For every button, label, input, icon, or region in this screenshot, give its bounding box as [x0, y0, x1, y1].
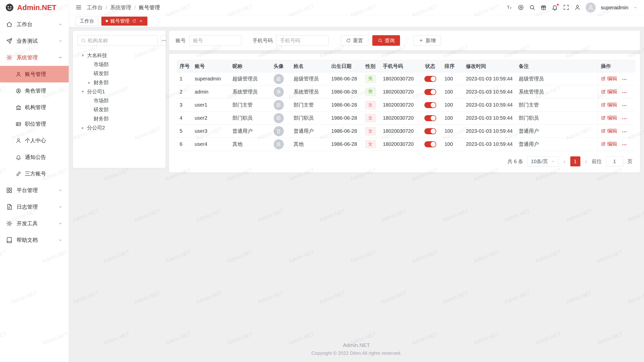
breadcrumb-item[interactable]: 工作台	[87, 4, 103, 11]
phone-filter-group: 手机号码	[253, 35, 329, 46]
user-table-body: 1superadmin超级管理员超超级管理员1986-06-28男1802003…	[177, 72, 635, 151]
tree-node[interactable]: ▾分公司1	[77, 87, 161, 96]
sidebar-item-org-management[interactable]: 机构管理	[0, 99, 69, 116]
more-actions-icon[interactable]	[621, 89, 627, 96]
edit-label: 编辑	[607, 141, 617, 147]
add-button[interactable]: 新增	[413, 35, 441, 46]
search-icon[interactable]	[529, 4, 535, 11]
font-size-icon[interactable]: TT	[506, 4, 513, 11]
chevron-down-icon	[58, 205, 63, 209]
edit-button[interactable]: 编辑	[601, 114, 617, 121]
component-size-icon[interactable]	[518, 4, 524, 11]
main-area: 工作台/系统管理/账号管理 TT superadmin 工作台账号管理	[69, 0, 644, 362]
cell-birthdate: 1986-06-28	[328, 138, 361, 151]
cell-gender: 女	[361, 112, 380, 125]
more-actions-icon[interactable]	[621, 129, 627, 135]
account-input[interactable]	[189, 35, 242, 46]
breadcrumb-item[interactable]: 账号管理	[139, 4, 160, 11]
cell-remark: 普通用户	[516, 125, 598, 138]
sidebar-collapse-icon[interactable]	[75, 4, 82, 11]
tree-caret-icon[interactable]: ▸	[80, 125, 86, 130]
next-page-button[interactable]: ›	[584, 158, 588, 165]
sidebar-item-position-management[interactable]: 职位管理	[0, 116, 69, 132]
more-actions-icon[interactable]	[621, 103, 627, 109]
sidebar-item-account-management[interactable]: 账号管理	[0, 66, 69, 82]
cell-remark: 超级管理员	[516, 72, 598, 85]
sidebar-item-personal-center[interactable]: 个人中心	[0, 132, 69, 149]
sidebar-item-workbench[interactable]: 工作台	[0, 16, 69, 33]
sidebar-item-system-management[interactable]: 系统管理	[0, 49, 69, 66]
gift-icon[interactable]	[540, 4, 547, 11]
fullscreen-icon[interactable]	[563, 4, 569, 11]
cell-account: superadmin	[192, 72, 229, 85]
sidebar-item-role-management[interactable]: 角色管理	[0, 82, 69, 99]
prev-page-button[interactable]: ‹	[563, 158, 566, 165]
search-icon	[81, 38, 86, 43]
sidebar-item-notice[interactable]: 通知公告	[0, 149, 69, 165]
sidebar-item-third-party-account[interactable]: 三方账号	[0, 165, 69, 182]
reset-button[interactable]: 重置	[341, 35, 368, 46]
goto-page-input[interactable]	[606, 156, 623, 166]
more-actions-icon[interactable]	[621, 116, 627, 122]
breadcrumb-item[interactable]: 系统管理	[110, 4, 131, 11]
page-size-select[interactable]: 10条/页	[527, 156, 559, 166]
tree-node[interactable]: 市场部	[77, 60, 161, 69]
edit-button[interactable]: 编辑	[601, 141, 617, 147]
breadcrumb-separator: /	[134, 5, 136, 11]
sidebar-item-help-docs[interactable]: 帮助文档	[0, 232, 69, 248]
more-actions-icon[interactable]	[621, 76, 627, 82]
sidebar-item-label: 个人中心	[25, 137, 46, 144]
tree-caret-icon[interactable]: ▾	[80, 53, 86, 58]
cell-name: 其他	[291, 138, 328, 151]
page-number[interactable]: 1	[570, 156, 580, 166]
button-divider	[407, 37, 407, 44]
tree-node[interactable]: ▾大名科技	[77, 51, 161, 60]
status-toggle[interactable]	[424, 76, 436, 82]
edit-button[interactable]: 编辑	[601, 88, 617, 95]
column-header: 状态	[419, 60, 441, 72]
tree-node[interactable]: 财务部	[77, 114, 161, 123]
status-toggle[interactable]	[424, 89, 436, 95]
status-toggle[interactable]	[424, 115, 436, 121]
edit-button[interactable]: 编辑	[601, 75, 617, 82]
account-label: 账号	[176, 37, 186, 44]
user-icon[interactable]	[574, 4, 581, 11]
cell-gender: 女	[361, 99, 380, 112]
edit-button[interactable]: 编辑	[601, 127, 617, 134]
tab-workbench[interactable]: 工作台	[75, 17, 98, 26]
tree-node[interactable]: 研发部	[77, 69, 161, 78]
edit-button[interactable]: 编辑	[601, 101, 617, 108]
user-avatar[interactable]	[586, 3, 596, 13]
tree-node[interactable]: 市场部	[77, 96, 161, 105]
user-menu-chevron-icon[interactable]	[633, 6, 637, 10]
tab-close-icon[interactable]	[139, 19, 143, 23]
status-toggle[interactable]	[424, 141, 436, 147]
search-button[interactable]: 查询	[372, 35, 400, 46]
cell-name: 超级管理员	[291, 72, 328, 85]
svg-text:T: T	[510, 7, 512, 10]
tree-node[interactable]: ▸分公司2	[77, 123, 161, 132]
footer-title: Admin.NET	[69, 342, 644, 348]
org-search-input[interactable]	[88, 38, 154, 43]
tree-caret-icon[interactable]: ▾	[80, 89, 86, 94]
cell-modified-time: 2023-01-03 10:59:44	[463, 112, 516, 125]
column-header: 备注	[516, 60, 598, 72]
more-actions-icon[interactable]	[621, 142, 627, 148]
notification-bell-icon[interactable]	[552, 4, 558, 11]
status-toggle[interactable]	[424, 128, 436, 134]
pagination-total: 共 6 条	[507, 158, 523, 165]
sidebar-item-log-management[interactable]: 日志管理	[0, 199, 69, 215]
tree-caret-icon[interactable]: ▸	[87, 80, 92, 85]
org-more-button[interactable]	[161, 35, 167, 46]
sidebar-item-platform-management[interactable]: 平台管理	[0, 182, 69, 199]
sidebar-item-dev-tools[interactable]: 开发工具	[0, 215, 69, 232]
tab-refresh-icon[interactable]	[132, 19, 136, 23]
tab-account-management[interactable]: 账号管理	[101, 17, 147, 26]
tree-node[interactable]: ▸财务部	[77, 78, 161, 87]
username[interactable]: superadmin	[601, 5, 628, 11]
tree-node[interactable]: 研发部	[77, 105, 161, 114]
sidebar-item-business-test[interactable]: 业务测试	[0, 33, 69, 49]
phone-input[interactable]	[276, 35, 329, 46]
cell-no: 6	[177, 138, 192, 151]
status-toggle[interactable]	[424, 102, 436, 108]
